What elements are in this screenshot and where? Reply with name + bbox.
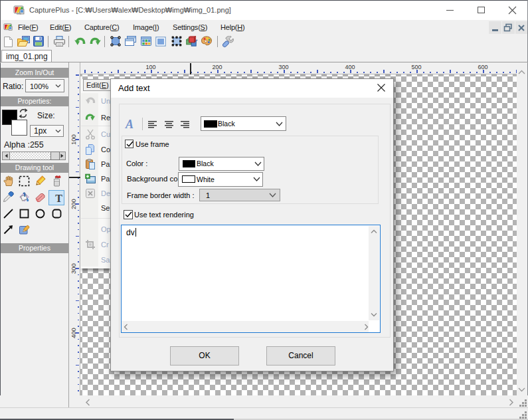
svg-text:T: T [55,193,62,204]
